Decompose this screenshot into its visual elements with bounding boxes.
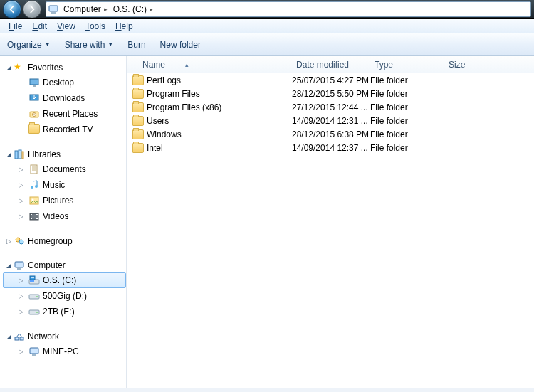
svg-rect-1: [51, 12, 56, 14]
svg-rect-9: [22, 152, 23, 159]
expand-icon[interactable]: ◢: [4, 63, 13, 72]
svg-rect-16: [31, 214, 32, 215]
expand-icon[interactable]: ▷: [16, 181, 25, 189]
nav-item[interactable]: Recorded TV: [3, 122, 126, 137]
breadcrumb-drive[interactable]: O.S. (C:) ▸: [110, 2, 156, 16]
expand-icon[interactable]: ▷: [16, 347, 25, 356]
nav-item[interactable]: ▷500Gig (D:): [3, 288, 126, 304]
file-type: File folder: [370, 75, 444, 85]
back-button[interactable]: [3, 0, 21, 18]
expand-icon[interactable]: ▷: [4, 237, 13, 245]
file-row[interactable]: Intel14/09/2014 12:37 ...File folder: [127, 141, 534, 154]
nav-item[interactable]: ▷2TB (E:): [3, 304, 126, 319]
expand-icon[interactable]: ▷: [16, 196, 25, 205]
chevron-down-icon: ▼: [108, 41, 113, 48]
main-area: ◢ ★ Favorites DesktopDownloadsRecent Pla…: [0, 56, 534, 388]
expand-icon[interactable]: ▷: [16, 292, 25, 300]
nav-item[interactable]: Desktop: [3, 75, 126, 90]
file-type: File folder: [370, 102, 444, 112]
new-folder-button[interactable]: New folder: [160, 40, 201, 50]
file-type: File folder: [370, 143, 444, 153]
nav-item[interactable]: ▷O.S. (C:): [3, 272, 126, 288]
file-name: Program Files: [147, 89, 200, 99]
svg-rect-32: [20, 337, 23, 340]
nav-label: Homegroup: [28, 236, 73, 246]
nav-item[interactable]: ▷MINE-PC: [3, 344, 126, 359]
nav-group-homegroup: ▷ Homegroup: [3, 234, 126, 248]
nav-item[interactable]: ▷Music: [3, 177, 126, 193]
expand-icon[interactable]: ◢: [4, 150, 13, 159]
nav-item[interactable]: ▷Documents: [3, 161, 126, 177]
column-size[interactable]: Size: [444, 56, 494, 73]
menu-file[interactable]: File: [4, 20, 26, 33]
nav-header-favorites[interactable]: ◢ ★ Favorites: [3, 60, 126, 75]
nav-header-homegroup[interactable]: ▷ Homegroup: [3, 234, 126, 248]
nav-item[interactable]: ▷Pictures: [3, 193, 126, 208]
nav-buttons: [3, 0, 41, 18]
file-date: 28/12/2015 5:50 PM: [292, 89, 370, 99]
folder-icon: [132, 116, 144, 126]
folder-icon: [132, 75, 144, 85]
details-pane: [0, 388, 534, 392]
menu-help[interactable]: Help: [111, 20, 137, 33]
column-headers: Name ▴ Date modified Type Size: [127, 56, 534, 73]
nav-header-libraries[interactable]: ◢ Libraries: [3, 147, 126, 161]
file-row[interactable]: Program Files28/12/2015 5:50 PMFile fold…: [127, 87, 534, 100]
menu-edit[interactable]: Edit: [28, 20, 51, 33]
nav-item[interactable]: Downloads: [3, 90, 126, 106]
svg-point-12: [35, 185, 38, 188]
expand-icon[interactable]: ◢: [4, 332, 13, 341]
file-row[interactable]: PerfLogs25/07/2015 4:27 PMFile folder: [127, 73, 534, 87]
nav-header-network[interactable]: ◢ Network: [3, 329, 126, 344]
nav-item[interactable]: ▷Videos: [3, 208, 126, 224]
nav-item[interactable]: Recent Places: [3, 106, 126, 122]
column-type[interactable]: Type: [370, 56, 444, 73]
recent-icon: [28, 108, 40, 120]
breadcrumb-computer[interactable]: Computer ▸: [61, 2, 110, 16]
menu-tools[interactable]: Tools: [81, 20, 110, 33]
nav-label: Libraries: [28, 149, 61, 159]
file-list: Name ▴ Date modified Type Size PerfLogs2…: [127, 56, 534, 388]
burn-button[interactable]: Burn: [127, 40, 145, 50]
expand-icon[interactable]: ▷: [16, 165, 25, 174]
organize-button[interactable]: Organize▼: [7, 40, 51, 50]
breadcrumb-label: O.S. (C:): [113, 4, 147, 14]
network-icon: [14, 331, 25, 342]
menu-view[interactable]: View: [53, 20, 80, 33]
svg-point-30: [36, 312, 38, 313]
expand-icon[interactable]: ▷: [16, 212, 25, 221]
nav-header-computer[interactable]: ◢ Computer: [3, 258, 126, 272]
expand-icon[interactable]: ▷: [16, 276, 25, 285]
drive-icon: [28, 290, 40, 302]
nav-item-label: Music: [43, 180, 65, 190]
nav-group-libraries: ◢ Libraries ▷Documents▷Music▷Pictures▷Vi…: [3, 147, 126, 224]
navigation-pane[interactable]: ◢ ★ Favorites DesktopDownloadsRecent Pla…: [0, 56, 127, 388]
file-type: File folder: [370, 89, 444, 99]
file-date: 28/12/2015 6:38 PM: [292, 129, 370, 139]
address-bar[interactable]: Computer ▸ O.S. (C:) ▸: [46, 1, 531, 17]
computer-icon: [14, 260, 25, 271]
downloads-icon: [28, 92, 40, 104]
nav-item-label: MINE-PC: [43, 346, 79, 356]
forward-button[interactable]: [23, 0, 41, 18]
file-name: Users: [147, 116, 169, 126]
column-date[interactable]: Date modified: [292, 56, 370, 73]
expand-icon[interactable]: ◢: [4, 261, 13, 270]
nav-label: Network: [28, 332, 59, 341]
file-row[interactable]: Program Files (x86)27/12/2015 12:44 ...F…: [127, 100, 534, 114]
drive-icon: [28, 306, 40, 317]
nav-item-label: Pictures: [43, 196, 73, 206]
share-with-button[interactable]: Share with▼: [65, 40, 114, 50]
nav-item-label: 2TB (E:): [43, 307, 75, 317]
svg-point-28: [36, 296, 38, 297]
expand-icon[interactable]: ▷: [16, 307, 25, 316]
nav-label: Computer: [28, 260, 66, 270]
file-name: PerfLogs: [147, 75, 181, 85]
file-row[interactable]: Windows28/12/2015 6:38 PMFile folder: [127, 127, 534, 141]
svg-rect-18: [36, 214, 38, 215]
column-name[interactable]: Name ▴: [127, 56, 292, 73]
svg-rect-23: [17, 268, 21, 270]
svg-rect-33: [30, 348, 38, 354]
file-row[interactable]: Users14/09/2014 12:31 ...File folder: [127, 114, 534, 127]
nav-item-label: Documents: [43, 164, 86, 174]
